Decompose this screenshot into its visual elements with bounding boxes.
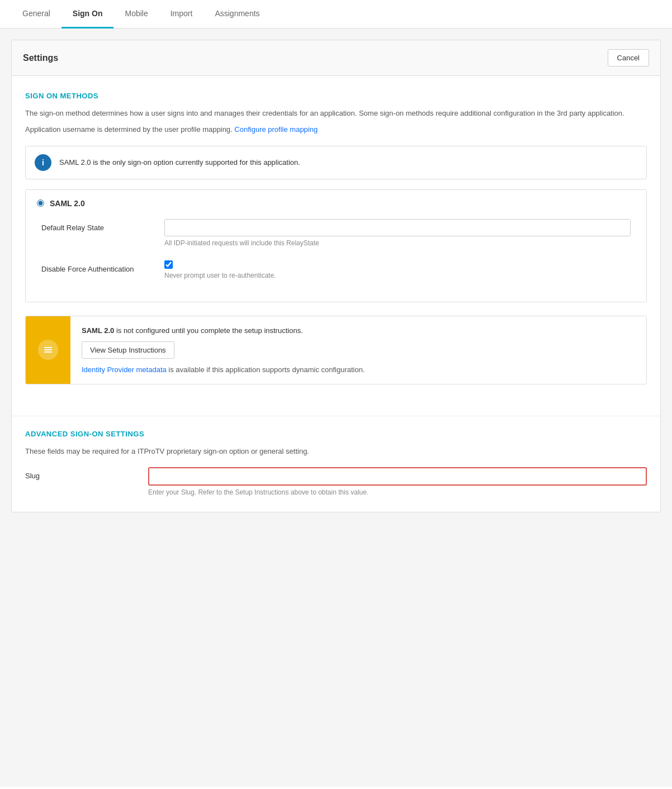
sign-on-methods-section: SIGN ON METHODS The sign-on method deter…: [12, 76, 660, 416]
advanced-section-desc: These fields may be required for a ITPro…: [25, 446, 647, 458]
tab-general[interactable]: General: [11, 0, 61, 28]
profile-mapping-link[interactable]: Configure profile mapping: [234, 125, 318, 134]
slug-label: Slug: [25, 467, 148, 480]
idp-metadata-link[interactable]: Identity Provider metadata: [82, 365, 167, 374]
section-title-sign-on: SIGN ON METHODS: [25, 92, 647, 100]
info-banner: i SAML 2.0 is the only sign-on option cu…: [25, 146, 647, 179]
sign-on-desc-2: Application username is determined by th…: [25, 124, 647, 136]
warning-icon: [38, 340, 58, 360]
advanced-section-title: ADVANCED SIGN-ON SETTINGS: [25, 430, 647, 438]
section-divider: [12, 416, 660, 416]
settings-card: Settings Cancel SIGN ON METHODS The sign…: [11, 40, 661, 512]
svg-rect-0: [44, 347, 52, 348]
tab-assignments[interactable]: Assignments: [204, 0, 271, 28]
warning-banner: SAML 2.0 is not configured until you com…: [25, 316, 647, 384]
default-relay-state-input-wrap: All IDP-initiated requests will include …: [164, 219, 631, 247]
tab-import[interactable]: Import: [159, 0, 204, 28]
slug-hint: Enter your Slug. Refer to the Setup Inst…: [148, 488, 647, 496]
slug-field-row: Slug Enter your Slug. Refer to the Setup…: [25, 467, 647, 496]
tab-mobile[interactable]: Mobile: [113, 0, 159, 28]
advanced-sign-on-section: ADVANCED SIGN-ON SETTINGS These fields m…: [12, 430, 660, 512]
saml-radio-label[interactable]: SAML 2.0: [37, 199, 635, 208]
disable-force-auth-label: Disable Force Authentication: [41, 260, 164, 273]
disable-force-auth-row: Disable Force Authentication Never promp…: [37, 260, 635, 279]
slug-input-wrap: Enter your Slug. Refer to the Setup Inst…: [148, 467, 647, 496]
main-content: Settings Cancel SIGN ON METHODS The sign…: [0, 28, 672, 787]
warning-body: SAML 2.0 is not configured until you com…: [70, 316, 646, 384]
info-icon: i: [35, 154, 51, 171]
default-relay-state-row: Default Relay State All IDP-initiated re…: [37, 219, 635, 247]
disable-force-auth-checkbox[interactable]: [164, 260, 173, 269]
svg-rect-1: [44, 349, 52, 350]
saml-option-box: SAML 2.0 Default Relay State All IDP-ini…: [25, 189, 647, 302]
tab-bar: General Sign On Mobile Import Assignment…: [0, 0, 672, 28]
view-setup-button[interactable]: View Setup Instructions: [82, 341, 174, 359]
disable-force-auth-checkbox-wrap: [164, 260, 631, 269]
slug-input[interactable]: [148, 467, 647, 486]
cancel-button[interactable]: Cancel: [608, 49, 649, 66]
disable-force-auth-wrap: Never prompt user to re-authenticate.: [164, 260, 631, 279]
warning-text: SAML 2.0 is not configured until you com…: [82, 326, 635, 335]
default-relay-state-hint: All IDP-initiated requests will include …: [164, 239, 631, 247]
settings-header: Settings Cancel: [12, 40, 660, 76]
tab-sign-on[interactable]: Sign On: [61, 0, 114, 28]
default-relay-state-input[interactable]: [164, 219, 631, 236]
sign-on-desc-1: The sign-on method determines how a user…: [25, 108, 647, 120]
default-relay-state-label: Default Relay State: [41, 219, 164, 232]
saml-radio-input[interactable]: [37, 199, 44, 207]
disable-force-auth-hint: Never prompt user to re-authenticate.: [164, 272, 631, 279]
warning-footer: Identity Provider metadata is available …: [82, 365, 635, 374]
settings-title: Settings: [23, 53, 58, 63]
warning-side: [26, 316, 70, 384]
info-banner-text: SAML 2.0 is the only sign-on option curr…: [59, 158, 300, 167]
svg-rect-2: [44, 351, 52, 353]
